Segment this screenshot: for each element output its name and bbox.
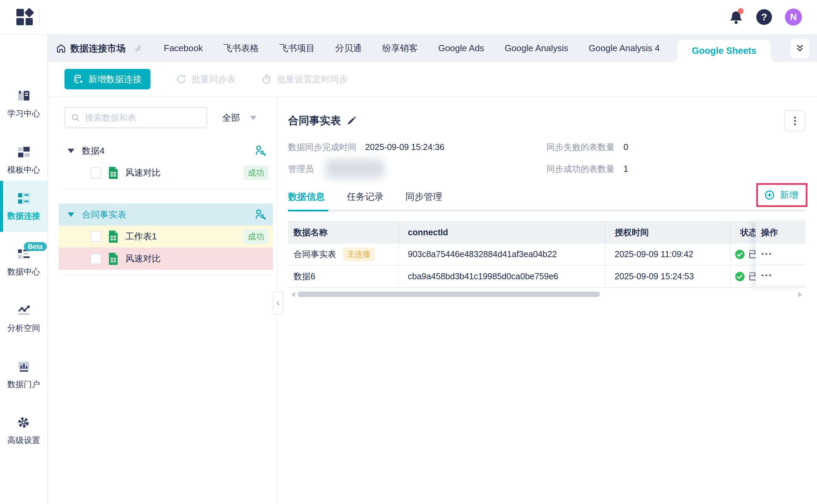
tab-marketplace-label: 数据连接市场 bbox=[70, 42, 126, 55]
sync-done-label: 数据同步完成时间 bbox=[288, 142, 356, 153]
tab-fenbeitong[interactable]: 分贝通 bbox=[335, 42, 362, 54]
sidebar-item-label: 数据中心 bbox=[8, 266, 40, 277]
tree-group-label: 合同事实表 bbox=[82, 209, 126, 221]
tree-item-windspeed-2[interactable]: 风速对比 bbox=[59, 248, 273, 270]
sync-info-grid: 数据同步完成时间 2025-09-09 15:24:36 同步失败的表数量 0 … bbox=[288, 140, 805, 176]
scroll-left-arrow[interactable] bbox=[289, 292, 295, 297]
more-options-button[interactable] bbox=[784, 110, 805, 131]
caret-down-icon[interactable] bbox=[68, 149, 74, 157]
connection-toolbar: 新增数据连接 批量同步表 批量设置定时同步 bbox=[48, 62, 817, 97]
sidebar-item-advanced-settings[interactable]: 高级设置 bbox=[0, 405, 47, 456]
search-icon bbox=[71, 113, 80, 122]
sidebar-item-data-center[interactable]: Beta 数据中心 bbox=[0, 237, 47, 288]
sidebar-item-template-center[interactable]: 模板中心 bbox=[0, 135, 47, 186]
column-header-connectid: connectId bbox=[398, 221, 605, 243]
checkbox[interactable] bbox=[90, 167, 101, 178]
sidebar-item-label: 数据连接 bbox=[8, 210, 40, 221]
sync-fail-label: 同步失败的表数量 bbox=[546, 142, 615, 153]
table-row[interactable]: 合同事实表 主连接 903c8a75446e4832884d41af3ea04b… bbox=[288, 243, 805, 266]
analysis-space-icon bbox=[16, 303, 31, 317]
tree-search-row: 全部 bbox=[64, 107, 272, 128]
dataset-tree-panel: 全部 数据4 bbox=[48, 97, 278, 504]
scroll-right-arrow[interactable] bbox=[798, 292, 805, 297]
auth-key-icon[interactable] bbox=[255, 209, 266, 220]
tab-google-analysis-4[interactable]: Google Analysis 4 bbox=[589, 43, 660, 54]
tab-google-analysis[interactable]: Google Analysis bbox=[505, 43, 568, 54]
logo-divider bbox=[39, 10, 40, 25]
sidebar-item-label: 学习中心 bbox=[8, 108, 40, 119]
timer-icon bbox=[261, 74, 272, 85]
filter-dropdown-value: 全部 bbox=[222, 112, 240, 124]
check-circle-icon bbox=[735, 249, 745, 260]
collapse-tabs-button[interactable] bbox=[790, 39, 809, 58]
checkbox[interactable] bbox=[90, 231, 101, 242]
connection-tabstrip: 数据连接市场 Facebook 飞书表格 飞书项目 分贝通 纷享销客 Googl… bbox=[48, 35, 817, 62]
tab-fxiaoke[interactable]: 纷享销客 bbox=[382, 42, 418, 54]
tab-marketplace[interactable]: 数据连接市场 bbox=[56, 42, 126, 55]
sync-success-label: 同步成功的表数量 bbox=[546, 163, 615, 175]
auth-key-icon[interactable] bbox=[255, 145, 266, 157]
gear-icon bbox=[16, 416, 31, 429]
scrollbar-thumb[interactable] bbox=[298, 292, 600, 297]
beta-badge: Beta bbox=[24, 242, 47, 251]
tab-feishu-sheets[interactable]: 飞书表格 bbox=[223, 42, 259, 54]
filter-dropdown[interactable]: 全部 bbox=[222, 112, 256, 124]
tab-google-sheets-active[interactable]: Google Sheets bbox=[677, 40, 771, 62]
admin-name-blurred bbox=[325, 160, 384, 178]
sidebar-item-data-connection[interactable]: 数据连接 bbox=[0, 181, 47, 232]
connection-name: 数据6 bbox=[293, 271, 315, 282]
checkbox[interactable] bbox=[90, 253, 101, 264]
tree-search-box[interactable] bbox=[64, 107, 207, 128]
tab-data-info[interactable]: 数据信息 bbox=[288, 191, 325, 203]
cell-connectid: 903c8a75446e4832884d41af3ea04b22 bbox=[398, 243, 605, 265]
tree-item-worksheet1[interactable]: 工作表1 成功 bbox=[59, 225, 273, 248]
sidebar-item-label: 高级设置 bbox=[8, 435, 40, 446]
sync-done-info: 数据同步完成时间 2025-09-09 15:24:36 bbox=[288, 140, 546, 154]
edit-title-button[interactable] bbox=[346, 116, 357, 126]
app-logo[interactable] bbox=[16, 9, 33, 25]
cell-name: 合同事实表 主连接 bbox=[288, 243, 398, 265]
batch-timer-button[interactable]: 批量设置定时同步 bbox=[261, 73, 348, 85]
app-sidebar: 学习中心 模板中心 数据连接 Beta bbox=[0, 35, 48, 504]
notification-bell-icon[interactable] bbox=[729, 9, 743, 25]
batch-sync-button[interactable]: 批量同步表 bbox=[176, 73, 236, 85]
row-actions-button[interactable] bbox=[756, 243, 805, 265]
column-header-name: 数据名称 bbox=[288, 221, 398, 243]
tree-group-label: 数据4 bbox=[82, 145, 104, 157]
sidebar-item-learning-center[interactable]: 学习中心 bbox=[0, 78, 47, 130]
app-root: ? N 学习中心 模板中心 bbox=[0, 0, 817, 504]
new-connection-button[interactable]: 新增数据连接 bbox=[64, 69, 150, 89]
caret-down-icon[interactable] bbox=[68, 212, 74, 220]
template-center-icon bbox=[16, 145, 31, 159]
tab-sync-manage[interactable]: 同步管理 bbox=[405, 191, 442, 203]
pin-icon[interactable] bbox=[134, 44, 143, 53]
column-header-auth-time: 授权时间 bbox=[605, 221, 730, 243]
panel-collapse-handle[interactable]: ‹ bbox=[273, 291, 284, 314]
add-button-annotated[interactable]: 新增 bbox=[756, 183, 807, 207]
tree-group-contract-fact[interactable]: 合同事实表 bbox=[59, 204, 273, 225]
sidebar-item-analysis-space[interactable]: 分析空间 bbox=[0, 293, 47, 344]
column-header-action: 操作 bbox=[756, 221, 805, 243]
tab-task-record[interactable]: 任务记录 bbox=[347, 191, 384, 203]
help-button[interactable]: ? bbox=[756, 9, 772, 25]
top-bar: ? N bbox=[0, 0, 817, 35]
double-chevron-down-icon bbox=[795, 44, 805, 53]
pencil-icon bbox=[346, 116, 357, 126]
table-row[interactable]: 数据6 cba9a458bd3b41c19985d0ca0be759e6 202… bbox=[288, 266, 805, 288]
sidebar-item-data-portal[interactable]: 数据门户 bbox=[0, 349, 47, 400]
tab-feishu-project[interactable]: 飞书项目 bbox=[279, 42, 315, 54]
row-actions-button[interactable] bbox=[756, 265, 805, 286]
tree-divider bbox=[63, 275, 272, 275]
page-title: 合同事实表 bbox=[288, 114, 341, 128]
search-input[interactable] bbox=[84, 113, 201, 123]
tree-group-data4[interactable]: 数据4 bbox=[59, 140, 273, 162]
connection-name: 合同事实表 bbox=[293, 249, 336, 260]
tree-item-windspeed-1[interactable]: 风速对比 成功 bbox=[59, 162, 273, 184]
ellipsis-icon bbox=[762, 275, 771, 276]
tab-google-ads[interactable]: Google Ads bbox=[438, 43, 484, 54]
sync-success-info: 同步成功的表数量 1 bbox=[546, 162, 805, 176]
batch-sync-label: 批量同步表 bbox=[191, 73, 236, 85]
user-avatar[interactable]: N bbox=[785, 9, 802, 26]
tab-facebook[interactable]: Facebook bbox=[164, 43, 203, 54]
data-portal-icon bbox=[16, 360, 31, 373]
